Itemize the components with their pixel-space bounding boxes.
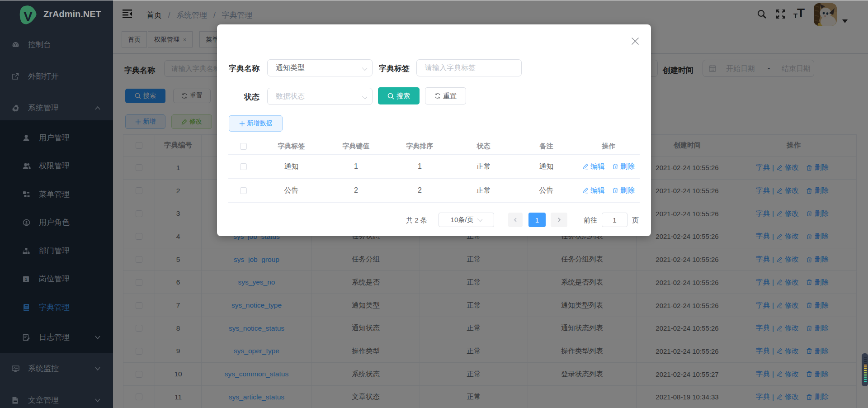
svg-text:V: V — [24, 9, 33, 24]
